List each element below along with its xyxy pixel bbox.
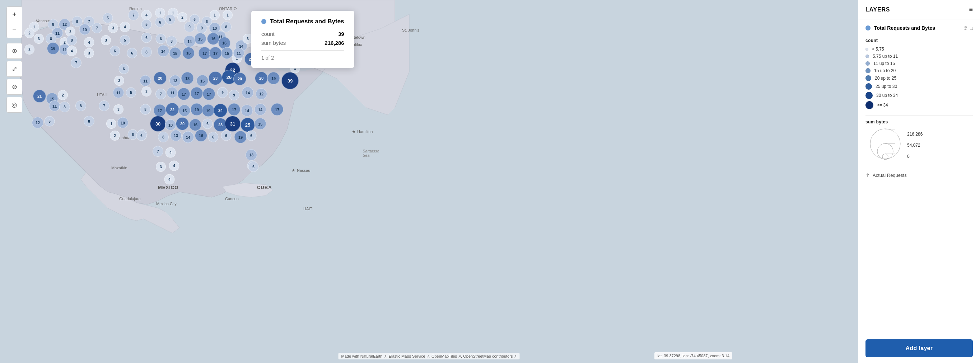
- cluster-bubble[interactable]: 3: [101, 35, 111, 45]
- cluster-bubble[interactable]: 6: [155, 17, 165, 28]
- cluster-bubble[interactable]: 5: [165, 14, 175, 25]
- cluster-bubble[interactable]: 9: [184, 22, 195, 32]
- cluster-bubble[interactable]: 5: [126, 87, 137, 98]
- cluster-bubble[interactable]: 6: [119, 64, 129, 74]
- cluster-bubble[interactable]: 8: [140, 104, 151, 115]
- cluster-bubble[interactable]: 7: [71, 57, 81, 68]
- cluster-bubble[interactable]: 8: [59, 101, 70, 112]
- cluster-bubble[interactable]: 4: [165, 147, 176, 158]
- cluster-bubble[interactable]: 20: [154, 72, 167, 85]
- cluster-bubble[interactable]: 7: [92, 22, 102, 33]
- zoom-out-button[interactable]: −: [6, 22, 22, 38]
- cluster-bubble[interactable]: 8: [67, 35, 77, 46]
- cluster-bubble[interactable]: 19: [202, 105, 215, 117]
- cluster-bubble[interactable]: 24: [213, 104, 227, 117]
- cluster-bubble[interactable]: 9: [229, 90, 239, 100]
- cluster-bubble[interactable]: 6: [137, 130, 147, 141]
- cluster-bubble[interactable]: 15: [221, 48, 233, 59]
- cluster-bubble[interactable]: 22: [166, 103, 179, 116]
- cluster-bubble[interactable]: 16: [189, 119, 201, 131]
- cluster-bubble[interactable]: 4: [84, 37, 94, 48]
- cluster-bubble[interactable]: 11: [167, 87, 178, 98]
- cluster-bubble[interactable]: 6: [127, 48, 137, 59]
- cluster-bubble[interactable]: 2: [177, 12, 188, 22]
- cluster-bubble[interactable]: 25: [240, 118, 255, 132]
- cluster-bubble[interactable]: 6: [246, 130, 257, 141]
- cluster-bubble[interactable]: 16: [47, 42, 59, 54]
- cluster-bubble[interactable]: 13: [245, 149, 257, 161]
- crosshair-button[interactable]: ⊕: [6, 43, 22, 59]
- cluster-bubble[interactable]: 2: [58, 90, 68, 100]
- cluster-bubble[interactable]: 8: [221, 22, 232, 32]
- cluster-bubble[interactable]: 4: [169, 161, 180, 171]
- expand-button[interactable]: ⤢: [6, 61, 22, 77]
- cluster-bubble[interactable]: 8: [84, 116, 94, 127]
- cluster-bubble[interactable]: 30: [150, 116, 166, 132]
- cluster-bubble[interactable]: 16: [207, 33, 220, 45]
- cluster-bubble[interactable]: 12: [32, 117, 43, 128]
- cluster-bubble[interactable]: 9: [217, 87, 228, 98]
- cluster-bubble[interactable]: 6: [156, 34, 166, 44]
- cluster-bubble[interactable]: 15: [179, 105, 191, 117]
- cluster-bubble[interactable]: 13: [169, 75, 181, 86]
- cluster-bubble[interactable]: 14: [184, 35, 196, 48]
- cluster-bubble[interactable]: 15: [197, 75, 208, 87]
- cluster-bubble[interactable]: 2: [24, 44, 35, 54]
- cluster-bubble[interactable]: 16: [195, 130, 207, 142]
- cluster-bubble[interactable]: 6: [110, 46, 120, 56]
- cluster-bubble[interactable]: 7: [128, 10, 139, 21]
- cluster-bubble[interactable]: 15: [255, 118, 266, 130]
- cluster-bubble[interactable]: 4: [67, 46, 77, 56]
- cluster-bubble[interactable]: 13: [170, 130, 181, 141]
- cluster-bubble[interactable]: 7: [153, 146, 163, 157]
- cluster-bubble[interactable]: 1: [210, 10, 220, 20]
- cluster-bubble[interactable]: 3: [156, 162, 166, 172]
- cluster-bubble[interactable]: 8: [141, 47, 152, 57]
- filter-button[interactable]: ⊘: [6, 79, 22, 95]
- locate-button[interactable]: ◎: [6, 97, 22, 113]
- cluster-bubble[interactable]: 17: [203, 88, 215, 100]
- cluster-bubble[interactable]: 8: [75, 100, 86, 111]
- cluster-bubble[interactable]: 6: [202, 119, 213, 129]
- cluster-bubble[interactable]: 12: [256, 88, 267, 100]
- cluster-bubble[interactable]: 5: [103, 13, 113, 23]
- cluster-bubble[interactable]: 23: [208, 71, 222, 85]
- cluster-bubble[interactable]: 4: [120, 22, 130, 32]
- cluster-bubble[interactable]: 1: [223, 10, 232, 20]
- cluster-bubble[interactable]: 19: [191, 103, 203, 116]
- cluster-bubble[interactable]: 11: [233, 48, 245, 59]
- cluster-bubble[interactable]: 15: [194, 33, 207, 45]
- cluster-bubble[interactable]: 10: [118, 117, 129, 128]
- cluster-bubble[interactable]: 3: [113, 105, 124, 114]
- cluster-bubble[interactable]: 11: [113, 87, 124, 98]
- cluster-bubble[interactable]: 18: [181, 72, 194, 85]
- cluster-bubble[interactable]: 14: [241, 105, 253, 117]
- cluster-bubble[interactable]: 2: [110, 130, 120, 141]
- cluster-bubble[interactable]: 3: [108, 23, 118, 33]
- cluster-bubble[interactable]: 17: [209, 47, 222, 60]
- cluster-bubble[interactable]: 4: [164, 174, 175, 185]
- panel-body[interactable]: Total Requests and Bytes ⏱ □ count < 5.7…: [858, 19, 980, 334]
- cluster-bubble[interactable]: 5: [142, 19, 152, 30]
- cluster-bubble[interactable]: 39: [282, 72, 299, 89]
- cluster-bubble[interactable]: 11: [49, 100, 60, 111]
- cluster-bubble[interactable]: 31: [225, 116, 240, 132]
- cluster-bubble[interactable]: 15: [169, 48, 181, 59]
- cluster-bubble[interactable]: 9: [196, 22, 207, 33]
- cluster-bubble[interactable]: 14: [255, 104, 266, 116]
- cluster-bubble[interactable]: 20: [233, 73, 246, 86]
- actual-requests-row[interactable]: ↗ Actual Requests: [865, 171, 973, 179]
- cluster-bubble[interactable]: 1: [155, 8, 165, 18]
- cluster-bubble[interactable]: 6: [248, 162, 259, 172]
- panel-menu-icon[interactable]: ≡: [969, 6, 973, 13]
- cluster-bubble[interactable]: 5: [45, 116, 55, 127]
- cluster-bubble[interactable]: 10: [80, 24, 91, 35]
- cluster-bubble[interactable]: 6: [221, 130, 232, 141]
- cluster-bubble[interactable]: 17: [154, 105, 166, 117]
- cluster-bubble[interactable]: 7: [156, 89, 166, 99]
- cluster-bubble[interactable]: 14: [182, 131, 194, 143]
- cluster-bubble[interactable]: 6: [208, 132, 219, 143]
- cluster-bubble[interactable]: 20: [176, 117, 189, 130]
- cluster-bubble[interactable]: 10: [165, 119, 176, 130]
- cluster-bubble[interactable]: 17: [271, 103, 283, 116]
